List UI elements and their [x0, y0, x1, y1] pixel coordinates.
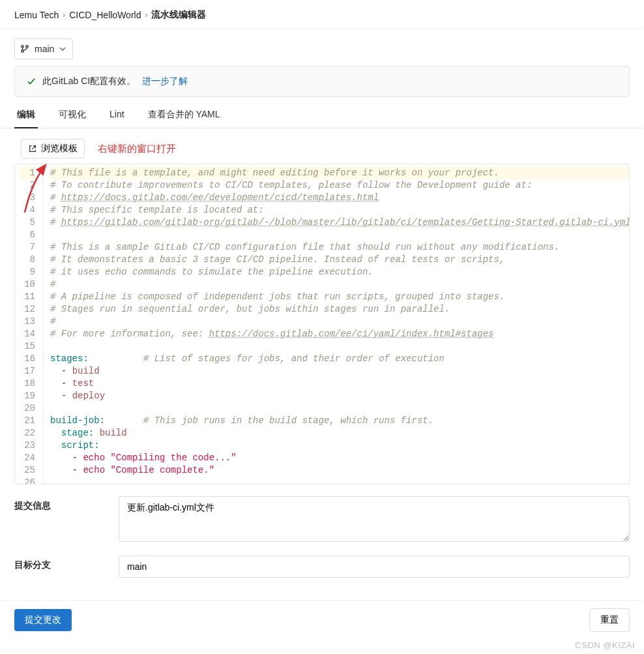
validation-banner: 此GitLab CI配置有效。 进一步了解 [14, 66, 630, 97]
svg-point-0 [22, 46, 24, 48]
editor-tabs: 编辑 可视化 Lint 查看合并的 YAML [1, 97, 643, 128]
commit-message-label: 提交信息 [14, 496, 119, 512]
check-icon [27, 77, 36, 86]
reset-button[interactable]: 重置 [589, 608, 630, 632]
line-gutter: 1234567891011121314151617181920212223242… [15, 164, 44, 484]
breadcrumb: Lemu Tech › CICD_HelloWorld › 流水线编辑器 [1, 0, 643, 29]
chevron-down-icon [59, 46, 66, 52]
breadcrumb-project[interactable]: CICD_HelloWorld [69, 10, 141, 20]
code-editor[interactable]: 1234567891011121314151617181920212223242… [15, 164, 629, 484]
tab-visualize[interactable]: 可视化 [56, 109, 89, 128]
target-branch-label: 目标分支 [14, 556, 119, 571]
banner-learn-more-link[interactable]: 进一步了解 [142, 76, 188, 87]
branch-name: main [35, 44, 54, 54]
branch-selector[interactable]: main [14, 38, 73, 59]
submit-button[interactable]: 提交更改 [14, 609, 72, 631]
banner-text: 此GitLab CI配置有效。 [42, 76, 136, 87]
tab-merged-yaml[interactable]: 查看合并的 YAML [145, 109, 223, 128]
external-link-icon [28, 144, 37, 153]
commit-message-input[interactable] [119, 496, 630, 542]
tab-lint[interactable]: Lint [107, 109, 127, 128]
target-branch-input[interactable] [119, 556, 630, 578]
code-content[interactable]: # This file is a template, and might nee… [44, 164, 629, 484]
browse-templates-button[interactable]: 浏览模板 [21, 139, 85, 158]
tab-edit[interactable]: 编辑 [14, 109, 38, 128]
breadcrumb-current: 流水线编辑器 [151, 9, 206, 21]
annotation-text: 右键新的窗口打开 [98, 143, 176, 155]
chevron-right-icon: › [63, 10, 65, 20]
breadcrumb-group[interactable]: Lemu Tech [14, 10, 59, 20]
svg-point-2 [26, 46, 29, 48]
chevron-right-icon: › [145, 10, 147, 20]
branch-icon [20, 44, 29, 53]
